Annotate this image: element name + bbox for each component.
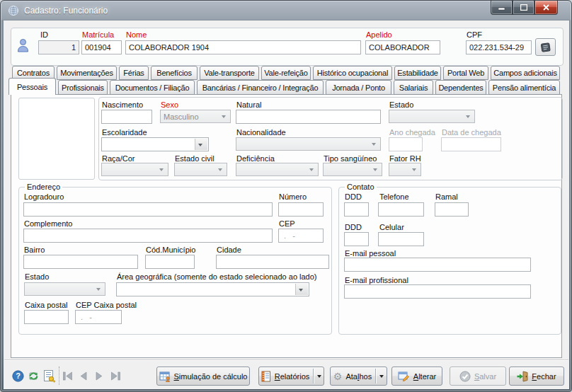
nacionalidade-label: Nacionalidade [236, 128, 286, 137]
fechar-button[interactable]: Fechar [509, 367, 564, 386]
simulacao-calculo-label: Simulação de cálculo [174, 372, 248, 381]
natural-field[interactable] [236, 110, 381, 124]
raca-cor-combobox[interactable] [101, 163, 168, 176]
tab-jornada-ponto[interactable]: Jornada / Ponto [326, 80, 391, 95]
cep-field[interactable]: . - [278, 229, 324, 243]
titlebar[interactable]: Cadastro: Funcionário [1, 1, 571, 21]
relatorios-dropdown-caret[interactable] [317, 375, 321, 380]
tab-pessoais[interactable]: Pessoais [8, 78, 56, 95]
estado-civil-combobox[interactable] [174, 163, 227, 176]
atalhos-dropdown-caret[interactable] [379, 375, 384, 380]
cep-caixa-postal-field[interactable]: . - [75, 310, 122, 324]
relatorios-button[interactable]: Relatórios [258, 367, 324, 386]
area-geografica-dropdown-button[interactable] [295, 284, 308, 295]
tab-portal-web[interactable]: Portal Web [443, 66, 488, 80]
tab-documentos-filiacao[interactable]: Documentos / Filiação [110, 80, 195, 95]
matricula-field[interactable]: 001904 [81, 40, 122, 54]
escolaridade-dropdown-button[interactable] [195, 139, 207, 150]
tab-salariais[interactable]: Salariais [394, 80, 433, 95]
ano-chegada-field[interactable] [389, 137, 423, 151]
last-record-icon [110, 371, 121, 381]
tab-dependentes[interactable]: Dependentes [435, 80, 486, 95]
atalhos-button[interactable]: ⚙ Atalhos [330, 367, 387, 386]
caixa-postal-field[interactable] [24, 310, 69, 324]
nascimento-field[interactable] [101, 110, 152, 124]
edit-pencil-icon [398, 371, 410, 381]
tab-estabilidade[interactable]: Estabilidade [394, 66, 441, 80]
celular-field[interactable] [378, 232, 424, 246]
area-geografica-combobox[interactable] [116, 282, 309, 296]
close-button[interactable] [534, 1, 558, 15]
endereco-estado-combobox[interactable] [24, 282, 105, 296]
nacionalidade-combobox[interactable] [236, 137, 381, 151]
sexo-combobox[interactable]: Masculino [160, 110, 231, 123]
cod-municipio-label: Cód.Município [146, 246, 195, 254]
deficiencia-combobox[interactable] [236, 163, 319, 176]
escolaridade-label: Escolaridade [102, 128, 147, 137]
tab-movimentacoes[interactable]: Movimentações [57, 66, 117, 80]
bairro-label: Bairro [24, 246, 45, 254]
tipo-sanguineo-combobox[interactable] [323, 163, 382, 176]
fechar-label: Fechar [532, 372, 556, 381]
tab-beneficios[interactable]: Benefícios [151, 66, 198, 80]
complemento-field[interactable] [23, 229, 273, 243]
salvar-button[interactable]: Salvar [450, 367, 506, 386]
form-key-button[interactable] [42, 369, 56, 383]
cpf-card-button[interactable] [535, 38, 556, 56]
nome-field[interactable]: COLABORADOR 1904 [125, 40, 361, 54]
save-check-icon [459, 371, 471, 382]
tab-campos-adicionais[interactable]: Campos adicionais [491, 66, 560, 80]
apelido-field[interactable]: COLABORADOR [365, 40, 440, 54]
relatorios-split-divider [313, 369, 314, 384]
celular-label: Celular [379, 223, 404, 231]
previous-record-button[interactable] [79, 371, 88, 381]
ddd-telefone-label: DDD [345, 192, 362, 201]
next-record-button[interactable] [95, 371, 104, 381]
email-pessoal-label: E-mail pessoal [345, 249, 396, 258]
numero-field[interactable] [278, 202, 324, 217]
fator-rh-label: Fator RH [389, 154, 421, 163]
footer-divider [4, 359, 568, 361]
deficiencia-label: Deficiência [236, 154, 275, 163]
alterar-button[interactable]: Alterar [391, 367, 442, 386]
ddd-telefone-field[interactable] [344, 202, 369, 217]
email-pessoal-field[interactable] [344, 258, 531, 272]
tab-profissionais[interactable]: Profissionais [58, 80, 108, 95]
app-icon [8, 5, 19, 16]
tab-bancarias-financeiro-integracao[interactable]: Bancárias / Financeiro / Integração [197, 80, 324, 95]
tab-ferias[interactable]: Férias [119, 66, 149, 80]
cidade-field[interactable] [216, 255, 329, 269]
id-label: ID [40, 30, 48, 39]
logradouro-field[interactable] [23, 202, 273, 217]
maximize-button[interactable] [513, 1, 534, 15]
estado-natural-combobox[interactable] [389, 110, 475, 123]
data-chegada-field[interactable] [441, 137, 501, 151]
tab-pensao-alimenticia[interactable]: Pensão alimentícia [488, 80, 560, 95]
minimize-button[interactable] [491, 1, 513, 15]
refresh-button[interactable] [27, 369, 40, 383]
fator-rh-combobox[interactable] [389, 163, 421, 176]
complemento-label: Complemento [24, 219, 72, 228]
email-profissional-field[interactable] [344, 284, 531, 299]
ddd-celular-field[interactable] [344, 232, 369, 246]
previous-record-icon [79, 371, 88, 381]
escolaridade-combobox[interactable] [101, 137, 209, 151]
help-button[interactable]: ? [12, 370, 24, 382]
simulacao-calculo-button[interactable]: Simulação de cálculo [156, 367, 250, 386]
tab-historico-ocupacional[interactable]: Histórico ocupacional [313, 66, 392, 80]
cpf-field[interactable]: 022.231.534-29 [466, 40, 532, 54]
cidade-label: Cidade [217, 246, 241, 254]
telefone-field[interactable] [378, 202, 424, 217]
bairro-field[interactable] [23, 255, 138, 269]
ramal-field[interactable] [435, 202, 469, 217]
report-notebook-icon [261, 371, 271, 382]
first-record-button[interactable] [62, 371, 73, 381]
tab-vale-transporte[interactable]: Vale-transporte [200, 66, 259, 80]
tab-vale-refeicao[interactable]: Vale-refeição [261, 66, 311, 80]
id-field[interactable]: 1 [38, 40, 79, 54]
cod-municipio-field[interactable] [145, 255, 195, 269]
card-icon [540, 42, 551, 53]
close-icon [543, 4, 549, 11]
last-record-button[interactable] [110, 371, 121, 381]
email-profissional-label: E-mail profissional [345, 276, 408, 284]
